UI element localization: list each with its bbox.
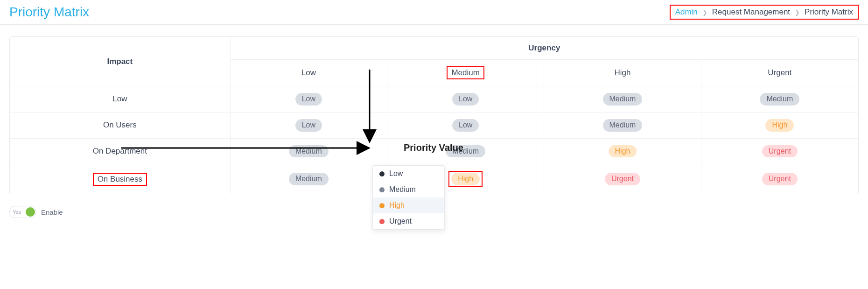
option-label: Low: [389, 169, 403, 178]
annotation-priority-value-label: Priority Value: [404, 142, 463, 153]
urgency-header: Urgency: [231, 37, 858, 60]
toggle-state-text: Yes: [13, 209, 21, 215]
priority-cell[interactable]: Medium: [603, 93, 643, 106]
dot-icon: [379, 219, 385, 224]
priority-cell[interactable]: Medium: [760, 93, 799, 106]
priority-cell[interactable]: Low: [295, 119, 322, 132]
urgency-col-medium: Medium: [387, 60, 544, 86]
toggle-label: Enable: [41, 208, 63, 216]
dot-icon: [379, 187, 385, 192]
annotation-highlight-selected-cell: High: [448, 171, 483, 187]
annotation-highlight-impact: On Business: [93, 173, 147, 186]
priority-option-medium[interactable]: Medium: [373, 182, 444, 197]
option-label: Medium: [389, 185, 416, 194]
priority-cell[interactable]: Medium: [289, 145, 329, 158]
impact-label: On Department: [10, 139, 231, 165]
priority-option-high[interactable]: High: [373, 197, 444, 213]
impact-header: Impact: [10, 37, 231, 86]
urgency-col-urgent: Urgent: [701, 60, 858, 86]
dot-icon: [379, 171, 385, 176]
priority-cell[interactable]: Urgent: [605, 173, 640, 185]
urgency-col-low: Low: [231, 60, 387, 86]
table-row: Low Low Low Medium Medium: [10, 86, 858, 113]
page-title: Priority Matrix: [9, 5, 89, 20]
priority-cell[interactable]: High: [765, 119, 794, 132]
dot-icon: [379, 203, 385, 208]
priority-cell[interactable]: Medium: [289, 173, 329, 185]
priority-cell[interactable]: Urgent: [762, 145, 798, 158]
option-label: High: [389, 201, 405, 210]
breadcrumb-admin-link[interactable]: Admin: [675, 7, 698, 17]
impact-label: On Business: [10, 164, 231, 194]
priority-option-low[interactable]: Low: [373, 166, 444, 182]
breadcrumb: Admin ❯ Request Management ❯ Priority Ma…: [670, 5, 859, 20]
priority-cell-selected[interactable]: High: [451, 173, 480, 185]
impact-label: Low: [10, 86, 231, 113]
priority-cell[interactable]: High: [609, 145, 637, 158]
annotation-highlight-urgency: Medium: [447, 66, 484, 79]
breadcrumb-current: Priority Matrix: [805, 7, 853, 17]
impact-label: On Users: [10, 113, 231, 139]
priority-cell[interactable]: Low: [452, 119, 479, 132]
priority-dropdown[interactable]: Low Medium High Urgent: [372, 165, 445, 230]
priority-cell[interactable]: Urgent: [762, 173, 798, 185]
content-area: Impact Urgency Low Medium High Urgent Lo…: [0, 25, 868, 230]
urgency-col-high: High: [544, 60, 701, 86]
priority-cell[interactable]: Low: [295, 93, 322, 106]
priority-cell[interactable]: Low: [452, 93, 479, 106]
priority-option-urgent[interactable]: Urgent: [373, 213, 444, 229]
enable-toggle[interactable]: Yes: [9, 206, 36, 218]
page-header: Priority Matrix Admin ❯ Request Manageme…: [0, 0, 868, 25]
toggle-knob: [26, 207, 35, 217]
chevron-right-icon: ❯: [702, 9, 707, 16]
option-label: Urgent: [389, 217, 412, 226]
table-row: On Users Low Low Medium High: [10, 113, 858, 139]
priority-cell[interactable]: Medium: [603, 119, 643, 132]
breadcrumb-request-management-link[interactable]: Request Management: [712, 7, 790, 17]
chevron-right-icon: ❯: [795, 9, 800, 16]
